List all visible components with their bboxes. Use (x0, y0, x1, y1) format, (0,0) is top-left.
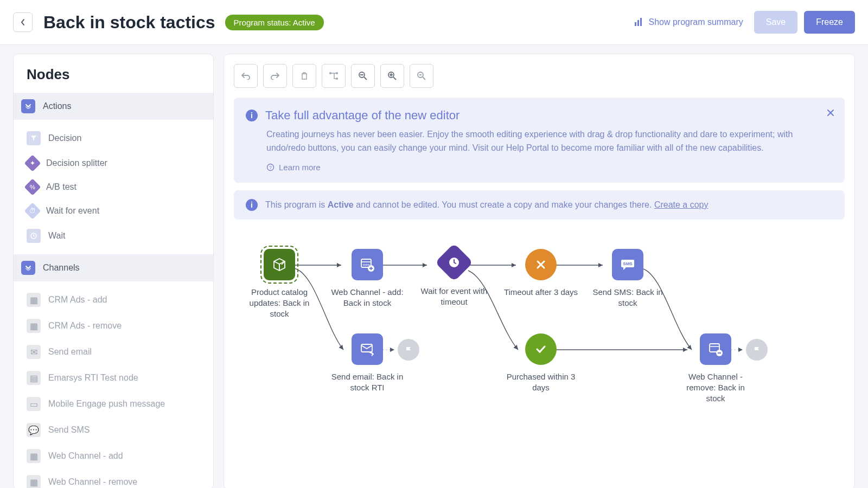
flow-label: Send SMS: Back in stock (590, 287, 666, 309)
back-button[interactable] (13, 12, 33, 32)
email-send-icon (352, 333, 383, 365)
chevron-down-icon (21, 261, 35, 275)
sidebar: Nodes Actions Decision ✦ Decision splitt… (13, 54, 214, 488)
node-item-label: Wait for event (46, 206, 99, 216)
flow-label: Wait for event with timeout (416, 286, 492, 308)
svg-text:www: www (362, 263, 371, 266)
node-decision[interactable]: Decision (14, 125, 213, 151)
web-remove-icon (700, 333, 731, 365)
node-item-label: Send SMS (48, 425, 90, 435)
node-crm-ads-add[interactable]: ▦CRM Ads - add (14, 287, 213, 313)
node-web-add[interactable]: ▦Web Channel - add (14, 443, 213, 469)
node-item-label: Emarsys RTI Test node (48, 373, 138, 383)
node-wait-for-event[interactable]: ⏱ Wait for event (14, 199, 213, 223)
section-channels-header[interactable]: Channels (14, 254, 213, 281)
svg-text:SMS: SMS (623, 261, 633, 266)
node-item-label: CRM Ads - remove (48, 321, 122, 331)
node-web-remove[interactable]: ▦Web Channel - remove (14, 469, 213, 488)
email-icon: ✉ (27, 345, 41, 359)
node-item-label: Wait (48, 231, 65, 241)
node-item-label: Mobile Engage push message (48, 399, 165, 409)
flow-label: Product catalog updates: Back in stock (241, 287, 317, 320)
page-title: Back in stock tactics (43, 12, 215, 33)
clock-icon (27, 229, 41, 243)
node-ab-test[interactable]: % A/B test (14, 175, 213, 199)
info-icon: i (246, 199, 258, 211)
canvas: i Take full advantage of the new editor … (224, 54, 855, 488)
close-circle-icon (525, 249, 557, 280)
show-summary-link[interactable]: Show program summary (634, 17, 743, 27)
chevron-left-icon (20, 18, 25, 26)
close-icon (826, 108, 835, 117)
freeze-button[interactable]: Freeze (804, 11, 855, 34)
flow-end-flag (746, 339, 768, 367)
flow-node-web-add[interactable]: www Web Channel - add: Back in stock (329, 249, 405, 309)
section-actions-header[interactable]: Actions (14, 93, 213, 120)
flow-node-web-remove[interactable]: Web Channel - remove: Back in stock (678, 333, 754, 404)
flow-node-email[interactable]: Send email: Back in stock RTI (329, 333, 405, 394)
close-notice-button[interactable] (826, 107, 835, 120)
flow-label: Web Channel - remove: Back in stock (678, 371, 754, 404)
flow-label: Purchased within 3 days (503, 371, 579, 394)
ads-add-icon: ▦ (27, 293, 41, 307)
save-button[interactable]: Save (754, 11, 797, 34)
learn-more-label: Learn more (279, 163, 321, 172)
learn-more-link[interactable]: ? Learn more (246, 163, 833, 172)
zoom-out-button[interactable] (351, 64, 375, 88)
chevron-down-icon (21, 99, 35, 113)
svg-rect-0 (635, 22, 636, 26)
undo-button[interactable] (234, 64, 258, 88)
section-channels-label: Channels (43, 263, 80, 273)
svg-point-6 (336, 78, 338, 80)
web-add-icon: www (352, 249, 383, 280)
delete-button[interactable] (292, 64, 316, 88)
flow-label: Timeout after 3 days (503, 287, 579, 298)
zoom-out-icon (358, 71, 368, 81)
zoom-in-icon (387, 71, 397, 81)
help-icon: ? (266, 163, 275, 171)
flow-node-sms[interactable]: SMS Send SMS: Back in stock (590, 249, 666, 309)
node-send-sms[interactable]: 💬Send SMS (14, 417, 213, 443)
branch-icon (329, 72, 339, 80)
node-rti-test[interactable]: ▤Emarsys RTI Test node (14, 365, 213, 391)
flow-node-purchased[interactable]: Purchased within 3 days (503, 333, 579, 394)
flow-node-wait-event[interactable]: Wait for event with timeout (416, 249, 492, 308)
info-icon: i (246, 110, 258, 121)
warning-bold: Active (328, 200, 354, 209)
branch-button[interactable] (322, 64, 346, 88)
flow-node-start[interactable]: Product catalog updates: Back in stock (241, 249, 317, 320)
redo-button[interactable] (263, 64, 287, 88)
check-circle-icon (525, 333, 557, 365)
create-copy-link[interactable]: Create a copy (654, 200, 709, 209)
node-wait[interactable]: Wait (14, 223, 213, 249)
notice-body: Creating journeys has never been easier.… (246, 128, 833, 155)
node-push[interactable]: ▭Mobile Engage push message (14, 391, 213, 417)
test-icon: ▤ (27, 371, 41, 385)
flow-canvas[interactable]: Product catalog updates: Back in stock w… (234, 241, 845, 458)
node-crm-ads-remove[interactable]: ▦CRM Ads - remove (14, 313, 213, 339)
redo-icon (270, 72, 280, 80)
trash-icon (301, 72, 308, 80)
clock-event-icon (435, 243, 474, 281)
summary-link-label: Show program summary (648, 17, 743, 27)
warning-prefix: This program is (265, 200, 328, 209)
zoom-fit-button[interactable] (410, 64, 433, 88)
flow-end-flag (398, 339, 419, 367)
web-add-icon: ▦ (27, 449, 41, 463)
undo-icon (241, 72, 251, 80)
active-warning: i This program is Active and cannot be e… (234, 190, 845, 220)
section-actions-label: Actions (43, 101, 71, 111)
zoom-in-button[interactable] (380, 64, 404, 88)
node-item-label: Decision splitter (46, 158, 107, 168)
flag-icon (398, 339, 419, 361)
clock-event-icon: ⏱ (24, 202, 41, 219)
node-item-label: Web Channel - add (48, 451, 123, 461)
node-decision-splitter[interactable]: ✦ Decision splitter (14, 151, 213, 175)
push-icon: ▭ (27, 397, 41, 411)
node-send-email[interactable]: ✉Send email (14, 339, 213, 365)
flag-icon (746, 339, 768, 361)
node-item-label: Web Channel - remove (48, 477, 137, 487)
node-item-label: A/B test (46, 182, 76, 192)
percent-icon: % (24, 178, 41, 195)
flow-node-timeout[interactable]: Timeout after 3 days (503, 249, 579, 298)
